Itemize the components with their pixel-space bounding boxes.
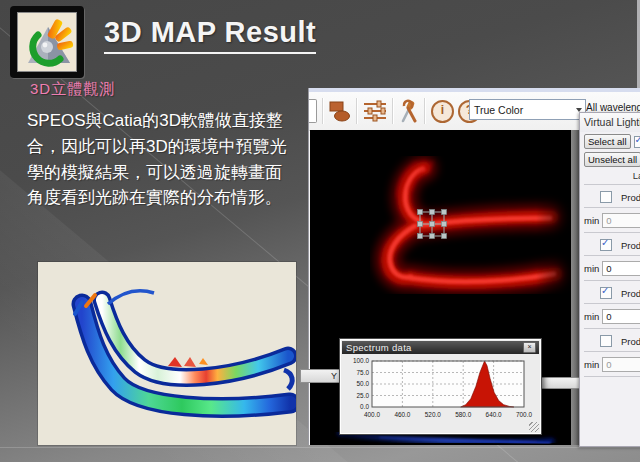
spectrum-titlebar[interactable]: Spectrum data × — [342, 341, 539, 354]
min-input-4[interactable]: 0 — [602, 357, 640, 372]
product-checkbox-1[interactable] — [600, 191, 612, 203]
svg-text:100.0: 100.0 — [353, 357, 369, 364]
svg-text:640.0: 640.0 — [486, 411, 502, 418]
speos-app-window: i ? True Color All wavelengt — [308, 88, 640, 445]
svg-text:580.0: 580.0 — [455, 411, 471, 418]
svg-text:75.0: 75.0 — [357, 369, 370, 376]
partial-toolbar-icon[interactable] — [309, 99, 317, 123]
viewport-scrollbar[interactable] — [571, 130, 579, 445]
toolbar-separator — [322, 98, 324, 124]
product-label-2: Produ — [621, 240, 640, 251]
select-all-button[interactable]: Select all — [584, 134, 631, 149]
min-label-1: min — [584, 215, 599, 226]
svg-text:460.0: 460.0 — [394, 411, 410, 418]
slide-logo-frame — [10, 6, 84, 78]
panel-divider — [584, 184, 640, 185]
axis-strip-left: Y — [300, 369, 341, 383]
speos-logo-icon — [17, 12, 77, 72]
svg-text:520.0: 520.0 — [425, 411, 441, 418]
panel-divider — [584, 207, 640, 208]
min-label-2: min — [584, 263, 599, 274]
axis-strip-right — [537, 377, 583, 389]
toolbar-separator — [356, 98, 358, 124]
color-mode-dropdown[interactable]: True Color — [469, 99, 586, 120]
min-input-3[interactable]: 0 — [602, 309, 640, 324]
layer-column-label: Lay — [618, 170, 640, 181]
product-checkbox-4[interactable] — [600, 335, 612, 347]
product-label-1: Produ — [621, 192, 640, 203]
panel-divider — [584, 232, 640, 233]
min-input-2[interactable]: 0 — [602, 261, 640, 276]
min-label-4: min — [584, 359, 599, 370]
spectrum-window-title: Spectrum data — [342, 342, 523, 353]
svg-text:400.0: 400.0 — [364, 411, 380, 418]
background-bottom-highlight — [0, 447, 640, 448]
selection-grid-handles[interactable] — [418, 210, 447, 239]
resize-grip[interactable] — [529, 422, 539, 432]
svg-text:700.0: 700.0 — [516, 411, 532, 418]
virtual-lighting-panel: Virtual Lighting Select all Unselect all… — [579, 112, 640, 447]
min-label-3: min — [584, 311, 599, 322]
panel-divider — [584, 328, 640, 329]
panel-title: Virtual Lighting — [580, 113, 640, 132]
info-icon[interactable]: i — [431, 100, 454, 123]
panel-divider — [584, 376, 640, 377]
product-label-4: Produ — [621, 336, 640, 347]
slide-tagline: 3D立體觀測 — [30, 80, 115, 99]
product-label-3: Produ — [621, 288, 640, 299]
product-checkbox-2[interactable] — [600, 239, 612, 251]
settings-sliders-icon[interactable] — [361, 98, 389, 124]
spectrum-data-window: Spectrum data × 0.025.050.075.0100.0400.… — [339, 338, 542, 435]
toolbar-separator — [392, 98, 394, 124]
svg-text:25.0: 25.0 — [357, 392, 370, 399]
panel-divider — [584, 351, 640, 352]
slide-body-text: SPEOS與Catia的3D軟體做直接整合，因此可以再3D的環境中預覽光學的模擬… — [27, 108, 291, 211]
page-title: 3D MAP Result — [104, 16, 316, 54]
close-icon[interactable]: × — [523, 342, 536, 353]
tools-icon[interactable] — [397, 98, 421, 124]
panel-divider — [584, 280, 640, 281]
spectrum-chart: 0.025.050.075.0100.0400.0460.0520.0580.0… — [342, 356, 538, 434]
color-mode-value: True Color — [470, 104, 572, 116]
display-shapes-icon[interactable] — [327, 98, 353, 124]
svg-text:50.0: 50.0 — [357, 380, 370, 387]
panel-divider — [584, 255, 640, 256]
panel-divider — [584, 303, 640, 304]
min-input-1[interactable]: 0 — [602, 213, 640, 228]
toolbar-separator — [424, 98, 426, 124]
svg-text:0.0: 0.0 — [360, 403, 369, 410]
slide: 3D MAP Result 3D立體觀測 SPEOS與Catia的3D軟體做直接… — [0, 0, 640, 462]
select-all-checkbox[interactable] — [634, 136, 640, 148]
product-checkbox-3[interactable] — [600, 287, 612, 299]
lightguide-falsecolor-image — [38, 262, 296, 445]
unselect-all-button[interactable]: Unselect all — [584, 152, 640, 167]
